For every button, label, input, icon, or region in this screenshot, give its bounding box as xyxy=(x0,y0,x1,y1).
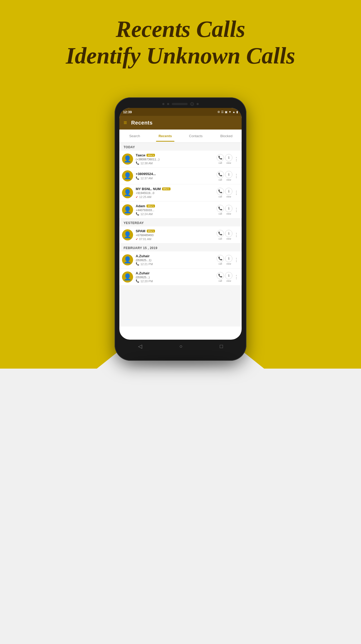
call-list: TODAY 👤 Такси Who's (+38006736011...) 📞 xyxy=(119,143,242,326)
call-icon[interactable]: 📞 xyxy=(217,188,224,195)
status-bar: 12:39 ⚙ ☰ ▣ ▼ ▲ ▮ xyxy=(119,108,242,116)
camera-dot-left xyxy=(162,103,164,105)
user-status-icon: ☰ xyxy=(221,110,224,114)
caller-name: A.Zuhair xyxy=(136,254,150,258)
call-button[interactable]: 📞 call xyxy=(217,272,224,282)
info-icon[interactable]: ℹ xyxy=(225,255,232,262)
call-info: A.Zuhair (059925...) 📞 12:20 PM xyxy=(136,271,214,283)
call-time: 12:37 AM xyxy=(140,177,153,180)
call-button[interactable]: 📞 call xyxy=(217,188,224,198)
call-icon[interactable]: 📞 xyxy=(217,230,224,237)
avatar: 👤 xyxy=(122,170,133,181)
call-info: +38095524... 📞 12:37 AM xyxy=(136,172,214,180)
background-bottom xyxy=(0,369,361,644)
phone-mockup: 12:39 ⚙ ☰ ▣ ▼ ▲ ▮ ≡ Recents Search xyxy=(115,97,246,361)
whos-badge: Who's xyxy=(147,230,155,232)
call-actions: 📞 call ℹ view ⋮ xyxy=(217,230,239,240)
caller-name: Adam xyxy=(136,204,145,208)
call-direction-icon: 📞 xyxy=(136,176,139,180)
call-button[interactable]: 📞 call xyxy=(217,205,224,215)
call-number: (059925...1) xyxy=(136,259,214,262)
call-actions: 📞 call ℹ view ⋮ xyxy=(217,188,239,198)
whos-badge: Who's xyxy=(162,187,170,190)
camera-dot2 xyxy=(167,103,169,105)
avatar-person-icon: 👤 xyxy=(124,273,131,281)
more-options-button[interactable]: ⋮ xyxy=(233,156,239,162)
call-time-row: 📞 12:24 AM xyxy=(136,212,214,216)
caller-name: SPAM xyxy=(136,229,145,233)
call-direction-icon: 📞 xyxy=(136,262,139,266)
more-options-button[interactable]: ⋮ xyxy=(233,257,239,263)
call-actions: 📞 call ℹ view ⋮ xyxy=(217,171,239,181)
home-button[interactable]: ○ xyxy=(179,343,182,349)
call-time-row: 📞 12:21 PM xyxy=(136,262,214,266)
view-button[interactable]: ℹ view xyxy=(225,205,232,215)
phone-screen: 12:39 ⚙ ☰ ▣ ▼ ▲ ▮ ≡ Recents Search xyxy=(119,108,242,340)
caller-name: Такси xyxy=(136,153,145,157)
list-item: 👤 MY BSNL. NUM Who's +91945519...0 ↙ 12:… xyxy=(119,184,242,201)
caller-name: A.Zuhair xyxy=(136,271,150,275)
recents-button[interactable]: □ xyxy=(220,343,223,349)
view-button[interactable]: ℹ view xyxy=(225,154,232,164)
avatar: 👤 xyxy=(122,204,133,215)
view-button[interactable]: ℹ view xyxy=(225,255,232,265)
avatar: 👤 xyxy=(122,187,133,198)
call-time-row: 📞 12:38 AM xyxy=(136,161,214,165)
call-icon[interactable]: 📞 xyxy=(217,171,224,178)
call-time: 12:24 AM xyxy=(140,212,153,216)
call-button[interactable]: 📞 call xyxy=(217,154,224,164)
avatar: 👤 xyxy=(122,153,133,165)
info-icon[interactable]: ℹ xyxy=(225,171,232,178)
call-name-row: Такси Who's xyxy=(136,153,214,157)
tab-recents[interactable]: Recents xyxy=(150,130,180,142)
view-button[interactable]: ℹ view xyxy=(225,171,232,181)
call-icon[interactable]: 📞 xyxy=(217,154,224,161)
call-icon[interactable]: 📞 xyxy=(217,272,224,279)
status-time: 12:39 xyxy=(123,110,132,114)
tab-blocked[interactable]: Blocked xyxy=(211,130,242,142)
call-number: +6768489493 xyxy=(136,234,214,237)
info-icon[interactable]: ℹ xyxy=(225,272,232,279)
avatar-person-icon: 👤 xyxy=(124,155,131,163)
view-button[interactable]: ℹ view xyxy=(225,230,232,240)
call-button[interactable]: 📞 call xyxy=(217,171,224,181)
call-name-row: +38095524... xyxy=(136,172,214,176)
tab-contacts[interactable]: Contacts xyxy=(180,130,211,142)
call-button[interactable]: 📞 call xyxy=(217,230,224,240)
tab-search[interactable]: Search xyxy=(119,130,150,142)
phone-navigation: ◁ ○ □ xyxy=(119,340,242,353)
info-icon[interactable]: ℹ xyxy=(225,205,232,212)
more-options-button[interactable]: ⋮ xyxy=(233,190,239,196)
avatar-person-icon: 👤 xyxy=(124,189,131,196)
sensor-dot xyxy=(197,103,199,105)
header-title: Recents Calls Identify Unknown Calls xyxy=(0,16,361,69)
view-button[interactable]: ℹ view xyxy=(225,188,232,198)
call-number: +440793033... xyxy=(136,209,214,212)
list-item: 👤 SPAM Who's +6768489493 ↙ 07:01 AM xyxy=(119,226,242,244)
call-icon[interactable]: 📞 xyxy=(217,255,224,262)
more-options-button[interactable]: ⋮ xyxy=(233,232,239,238)
more-options-button[interactable]: ⋮ xyxy=(233,207,239,213)
info-icon[interactable]: ℹ xyxy=(225,230,232,237)
list-item: 👤 Adam Who's +440793033... 📞 12:24 AM xyxy=(119,201,242,219)
info-icon[interactable]: ℹ xyxy=(225,188,232,195)
call-number: +91945519...0 xyxy=(136,191,214,195)
list-item: 👤 Такси Who's (+38006736011...) 📞 12:38 … xyxy=(119,151,242,168)
call-info: Adam Who's +440793033... 📞 12:24 AM xyxy=(136,204,214,216)
call-button[interactable]: 📞 call xyxy=(217,255,224,265)
call-actions: 📞 call ℹ view ⋮ xyxy=(217,255,239,265)
whos-badge: Who's xyxy=(147,154,155,157)
info-icon[interactable]: ℹ xyxy=(225,154,232,161)
more-options-button[interactable]: ⋮ xyxy=(233,274,239,280)
call-actions: 📞 call ℹ view ⋮ xyxy=(217,154,239,164)
avatar-person-icon: 👤 xyxy=(124,231,131,239)
call-icon[interactable]: 📞 xyxy=(217,205,224,212)
call-actions: 📞 call ℹ view ⋮ xyxy=(217,205,239,215)
view-button[interactable]: ℹ view xyxy=(225,272,232,282)
front-camera xyxy=(190,102,194,106)
call-actions: 📞 call ℹ view ⋮ xyxy=(217,272,239,282)
back-button[interactable]: ◁ xyxy=(138,343,142,349)
menu-icon[interactable]: ≡ xyxy=(124,119,127,126)
more-options-button[interactable]: ⋮ xyxy=(233,173,239,179)
call-time-row: ↙ 07:01 AM xyxy=(136,237,214,241)
